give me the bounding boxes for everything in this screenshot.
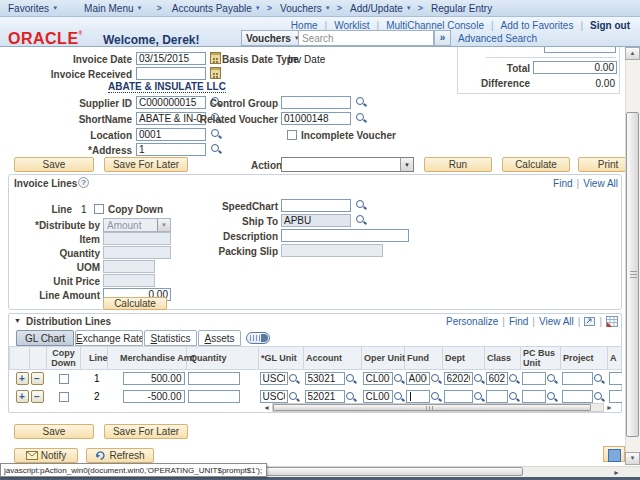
supplier-name-link[interactable]: ABATE & INSULATE LLC xyxy=(108,81,226,93)
scroll-up-icon[interactable]: ▲ xyxy=(625,47,640,60)
copy-down-checkbox[interactable] xyxy=(59,374,69,384)
advanced-search-link[interactable]: Advanced Search xyxy=(458,33,537,44)
pc-bus-unit-field[interactable] xyxy=(522,390,546,403)
copy-down-checkbox[interactable] xyxy=(94,204,104,214)
related-voucher-field[interactable] xyxy=(281,112,351,125)
refresh-button[interactable]: Refresh xyxy=(86,448,154,463)
run-button[interactable]: Run xyxy=(424,157,492,172)
oper-unit-field[interactable] xyxy=(363,372,393,385)
help-icon[interactable]: ? xyxy=(78,177,89,188)
location-field[interactable] xyxy=(136,128,206,141)
breadcrumb-accounts-payable[interactable]: Accounts Payable▼ xyxy=(172,3,261,14)
supplier-id-field[interactable] xyxy=(136,96,206,109)
breadcrumb-vouchers[interactable]: Vouchers▼ xyxy=(280,3,331,14)
lookup-icon[interactable] xyxy=(593,391,605,403)
description-field[interactable] xyxy=(281,229,409,242)
lookup-icon[interactable] xyxy=(355,96,367,108)
invoice-received-field[interactable] xyxy=(136,67,206,80)
lookup-icon[interactable] xyxy=(355,214,367,226)
collapse-triangle-icon[interactable]: ▼ xyxy=(14,317,21,324)
incomplete-voucher-checkbox[interactable] xyxy=(287,130,297,140)
project-field[interactable] xyxy=(562,390,593,403)
lookup-icon[interactable] xyxy=(546,373,558,385)
find-link[interactable]: Find xyxy=(553,178,572,189)
calendar-icon[interactable] xyxy=(210,67,221,79)
save-button[interactable]: Save xyxy=(14,424,94,439)
dept-field[interactable] xyxy=(444,390,473,403)
popup-window-icon[interactable] xyxy=(584,317,595,326)
lookup-icon[interactable] xyxy=(210,128,222,140)
invoice-date-field[interactable] xyxy=(136,52,206,65)
merchandise-amt-field[interactable] xyxy=(123,390,185,403)
download-to-excel-icon[interactable] xyxy=(606,316,618,327)
search-go-button[interactable]: » xyxy=(434,30,451,46)
project-field[interactable] xyxy=(562,372,593,385)
breadcrumb-favorites[interactable]: Favorites▼ xyxy=(8,3,58,14)
tab-exchange-rate[interactable]: Exchange Rate xyxy=(75,330,143,346)
lookup-icon[interactable] xyxy=(288,373,300,385)
personalize-link[interactable]: Personalize xyxy=(446,316,498,327)
lookup-icon[interactable] xyxy=(355,199,367,211)
partial-field[interactable] xyxy=(609,390,622,403)
gl-unit-field[interactable] xyxy=(260,390,288,403)
search-scope-dropdown[interactable]: Vouchers▼ xyxy=(241,30,299,46)
class-field[interactable] xyxy=(486,390,508,403)
lookup-icon[interactable] xyxy=(473,391,485,403)
tab-assets[interactable]: Assets xyxy=(198,330,241,346)
breadcrumb-add-update[interactable]: Add/Update▼ xyxy=(350,3,412,14)
gl-unit-field[interactable] xyxy=(260,372,288,385)
view-all-link[interactable]: View All xyxy=(539,316,574,327)
page-vertical-scrollbar-thumb[interactable] xyxy=(626,112,639,437)
dept-field[interactable] xyxy=(444,372,473,385)
view-all-link[interactable]: View All xyxy=(583,178,618,189)
save-for-later-button[interactable]: Save For Later xyxy=(104,157,188,172)
tab-statistics[interactable]: Statistics xyxy=(144,330,197,346)
account-field[interactable] xyxy=(305,390,345,403)
save-button[interactable]: Save xyxy=(14,157,94,172)
total-field[interactable] xyxy=(533,61,617,74)
lookup-icon[interactable] xyxy=(473,373,485,385)
show-all-columns-icon[interactable] xyxy=(246,332,270,344)
lookup-icon[interactable] xyxy=(210,143,222,155)
add-row-button[interactable] xyxy=(16,372,29,385)
scroll-right-icon[interactable]: ► xyxy=(613,468,620,477)
lookup-icon[interactable] xyxy=(345,391,357,403)
line-calculate-button[interactable]: Calculate xyxy=(103,297,167,310)
tab-gl-chart[interactable]: GL Chart xyxy=(16,330,74,346)
merchandise-amt-field[interactable] xyxy=(123,372,185,385)
add-row-button[interactable] xyxy=(16,390,29,403)
notify-button[interactable]: Notify xyxy=(14,448,78,463)
search-input[interactable] xyxy=(298,30,434,46)
lookup-icon[interactable] xyxy=(393,391,405,403)
sign-out-link[interactable]: Sign out xyxy=(590,20,630,31)
class-field[interactable] xyxy=(486,372,508,385)
grid-scrollbar-thumb[interactable] xyxy=(273,404,591,411)
grid-scroll-right-icon[interactable]: ► xyxy=(606,403,613,412)
save-for-later-button[interactable]: Save For Later xyxy=(104,424,188,439)
quantity-field[interactable] xyxy=(188,390,240,403)
find-link[interactable]: Find xyxy=(509,316,528,327)
lookup-icon[interactable] xyxy=(508,373,520,385)
shortname-field[interactable] xyxy=(136,112,206,125)
lookup-icon[interactable] xyxy=(345,373,357,385)
control-group-field[interactable] xyxy=(281,96,351,109)
delete-row-button[interactable] xyxy=(31,372,44,385)
fund-field[interactable] xyxy=(406,372,430,385)
delete-row-button[interactable] xyxy=(31,390,44,403)
lookup-icon[interactable] xyxy=(430,373,442,385)
lookup-icon[interactable] xyxy=(288,391,300,403)
speedchart-field[interactable] xyxy=(281,199,351,212)
grid-corner-button[interactable] xyxy=(603,446,625,462)
pc-bus-unit-field[interactable] xyxy=(522,372,546,385)
lookup-icon[interactable] xyxy=(430,391,442,403)
oper-unit-field[interactable] xyxy=(363,390,393,403)
lookup-icon[interactable] xyxy=(355,112,367,124)
breadcrumb-main-menu[interactable]: Main Menu▼ xyxy=(84,3,142,14)
grid-scroll-left-icon[interactable]: ◄ xyxy=(263,403,270,412)
lookup-icon[interactable] xyxy=(393,373,405,385)
add-to-favorites-link[interactable]: Add to Favorites xyxy=(501,20,574,31)
partial-field[interactable] xyxy=(609,372,622,385)
address-field[interactable] xyxy=(136,143,206,156)
lookup-icon[interactable] xyxy=(546,391,558,403)
action-select[interactable]: ▼ xyxy=(281,157,414,172)
